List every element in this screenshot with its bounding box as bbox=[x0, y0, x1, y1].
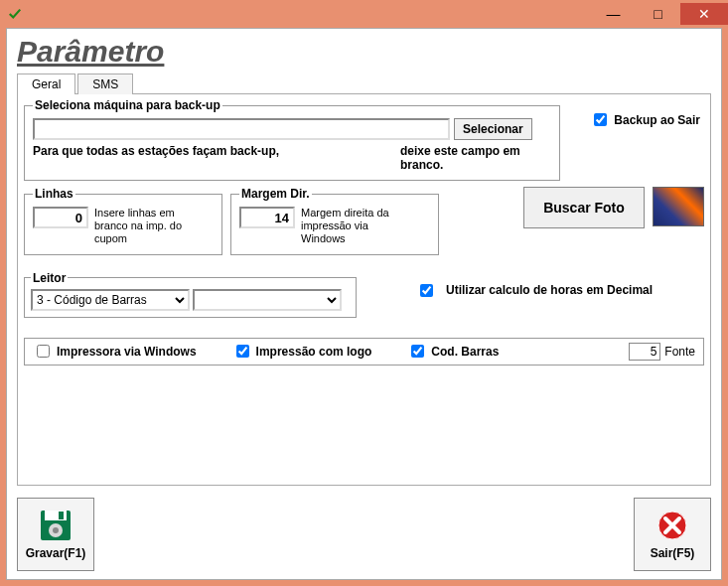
tab-panel-geral: Seleciona máquina para back-up Seleciona… bbox=[17, 94, 711, 486]
exit-icon bbox=[655, 509, 689, 542]
tabstrip: Geral SMS bbox=[17, 73, 711, 94]
fieldset-linhas: Linhas Insere linhas em branco na imp. d… bbox=[24, 187, 222, 255]
tab-geral[interactable]: Geral bbox=[17, 73, 75, 94]
impressora-checkbox[interactable]: Impressora via Windows bbox=[33, 342, 197, 361]
fieldset-backup: Seleciona máquina para back-up Seleciona… bbox=[24, 98, 560, 181]
margem-desc: Margem direita da impressão via Windows bbox=[301, 207, 410, 246]
impressora-input[interactable] bbox=[37, 345, 50, 358]
margem-input[interactable] bbox=[239, 207, 295, 228]
backup-ao-sair-input[interactable] bbox=[594, 113, 607, 126]
backup-path-input[interactable] bbox=[33, 118, 450, 140]
impressao-logo-checkbox[interactable]: Impressão com logo bbox=[232, 342, 372, 361]
close-button[interactable]: ✕ bbox=[680, 3, 728, 25]
backup-ao-sair-checkbox[interactable]: Backup ao Sair bbox=[590, 110, 700, 129]
fieldset-backup-legend: Seleciona máquina para back-up bbox=[33, 98, 222, 112]
backup-note-right: deixe este campo em branco. bbox=[400, 144, 551, 172]
fonte-input[interactable] bbox=[629, 343, 660, 361]
linhas-legend: Linhas bbox=[33, 187, 75, 201]
backup-note-left: Para que todas as estações façam back-up… bbox=[33, 144, 400, 172]
svg-rect-2 bbox=[59, 512, 64, 519]
leitor-select[interactable]: 3 - Código de Barras bbox=[31, 289, 190, 311]
fieldset-margem: Margem Dir. Margem direita da impressão … bbox=[230, 187, 439, 255]
svg-point-4 bbox=[53, 527, 59, 533]
titlebar: — □ ✕ bbox=[0, 0, 728, 28]
fonte-label: Fonte bbox=[664, 345, 695, 359]
photo-thumbnail[interactable] bbox=[653, 187, 704, 226]
main-panel: Parâmetro Geral SMS Seleciona máquina pa… bbox=[6, 28, 722, 580]
app-checkmark-icon bbox=[8, 7, 22, 21]
linhas-input[interactable] bbox=[33, 207, 88, 228]
leitor-legend: Leitor bbox=[31, 271, 68, 285]
page-title: Parâmetro bbox=[17, 35, 711, 69]
gravar-button[interactable]: Gravar(F1) bbox=[17, 498, 94, 571]
print-options-row: Impressora via Windows Impressão com log… bbox=[24, 338, 704, 366]
maximize-button[interactable]: □ bbox=[636, 3, 680, 25]
save-icon bbox=[39, 509, 73, 542]
selecionar-button[interactable]: Selecionar bbox=[454, 118, 532, 140]
leitor-select-2[interactable] bbox=[193, 289, 342, 311]
minimize-button[interactable]: — bbox=[591, 3, 636, 25]
linhas-desc: Insere linhas em branco na imp. do cupom bbox=[94, 207, 204, 246]
cod-barras-input[interactable] bbox=[411, 345, 424, 358]
tab-sms[interactable]: SMS bbox=[77, 73, 133, 94]
cod-barras-checkbox[interactable]: Cod. Barras bbox=[407, 342, 499, 361]
decimal-checkbox[interactable]: Utilizar calculo de horas em Decimal bbox=[416, 281, 658, 300]
sair-button[interactable]: Sair(F5) bbox=[634, 498, 711, 571]
fieldset-leitor: Leitor 3 - Código de Barras bbox=[24, 271, 357, 318]
impressao-logo-input[interactable] bbox=[236, 345, 249, 358]
decimal-input[interactable] bbox=[420, 284, 433, 297]
buscar-foto-button[interactable]: Buscar Foto bbox=[523, 187, 645, 228]
margem-legend: Margem Dir. bbox=[239, 187, 312, 201]
